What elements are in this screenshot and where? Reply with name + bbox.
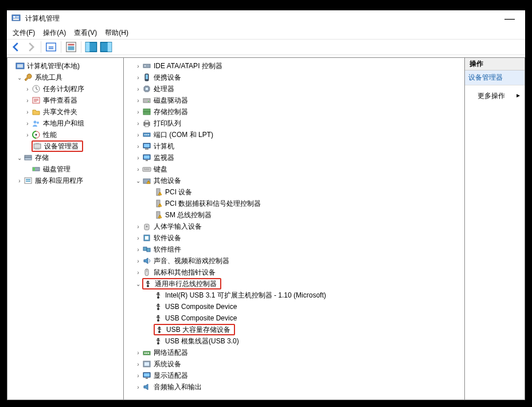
device-label: USB Composite Device bbox=[164, 302, 238, 311]
expander-icon[interactable]: › bbox=[15, 178, 24, 184]
svg-text:!: ! bbox=[159, 204, 160, 207]
console-tree[interactable]: 计算机管理(本地) ⌄ 系统工具 › 任务计划程序 › bbox=[7, 57, 124, 400]
device-keyboards[interactable]: ›键盘 bbox=[124, 163, 464, 175]
expander-icon[interactable]: › bbox=[134, 63, 142, 69]
svg-rect-66 bbox=[143, 247, 147, 251]
usb-icon bbox=[155, 325, 164, 334]
device-audio-io[interactable]: ›音频输入和输出 bbox=[124, 381, 464, 393]
device-usb-item[interactable]: USB Composite Device bbox=[124, 301, 464, 312]
expander-icon[interactable]: › bbox=[24, 97, 32, 104]
device-other[interactable]: ⌄!其他设备 bbox=[124, 175, 464, 186]
expander-icon[interactable]: › bbox=[24, 132, 32, 138]
device-system[interactable]: ›系统设备 bbox=[124, 358, 464, 370]
tree-services-apps[interactable]: › 服务和应用程序 bbox=[7, 175, 123, 186]
device-print-queues[interactable]: ›打印队列 bbox=[124, 118, 464, 129]
device-software-comp[interactable]: ›软件组件 bbox=[124, 244, 464, 255]
device-computer[interactable]: ›计算机 bbox=[124, 140, 464, 152]
device-storage-ctrl[interactable]: ›存储控制器 bbox=[124, 106, 464, 118]
expander-icon[interactable]: › bbox=[134, 224, 142, 230]
tree-system-tools[interactable]: ⌄ 系统工具 bbox=[7, 72, 123, 83]
device-pci[interactable]: !PCI 设备 bbox=[124, 186, 464, 198]
menu-action[interactable]: 操作(A) bbox=[43, 28, 66, 38]
device-ide[interactable]: ›IDE ATA/ATAPI 控制器 bbox=[124, 60, 464, 72]
device-monitors[interactable]: ›监视器 bbox=[124, 152, 464, 163]
hid-icon bbox=[142, 222, 151, 231]
actions-more[interactable]: 更多操作▸ bbox=[465, 85, 525, 101]
expander-icon[interactable]: › bbox=[134, 166, 142, 173]
tree-performance[interactable]: › 性能 bbox=[7, 129, 123, 140]
expander-icon[interactable]: › bbox=[134, 132, 142, 138]
expander-icon[interactable]: › bbox=[134, 109, 142, 115]
device-usb-mass-storage[interactable]: USB 大容量存储设备 bbox=[124, 324, 464, 335]
svg-rect-83 bbox=[144, 373, 150, 377]
expander-icon[interactable]: › bbox=[134, 86, 142, 92]
menu-view[interactable]: 查看(V) bbox=[74, 28, 97, 38]
menu-file[interactable]: 文件(F) bbox=[13, 28, 35, 38]
device-display[interactable]: ›显示适配器 bbox=[124, 370, 464, 381]
expander-icon[interactable]: › bbox=[134, 97, 142, 104]
tree-event-viewer[interactable]: › 事件查看器 bbox=[7, 95, 123, 106]
forward-button[interactable] bbox=[24, 41, 38, 53]
svg-rect-49 bbox=[145, 148, 148, 150]
device-sound[interactable]: ›声音、视频和游戏控制器 bbox=[124, 255, 464, 267]
expander-icon[interactable]: › bbox=[134, 155, 142, 161]
device-usb-item[interactable]: USB Composite Device bbox=[124, 312, 464, 324]
minimize-button[interactable]: — bbox=[499, 15, 521, 21]
properties-button[interactable] bbox=[64, 41, 78, 53]
expander-icon[interactable]: › bbox=[134, 75, 142, 81]
expander-icon[interactable]: › bbox=[134, 258, 142, 264]
device-ports[interactable]: ›端口 (COM 和 LPT) bbox=[124, 129, 464, 140]
device-mice[interactable]: ›鼠标和其他指针设备 bbox=[124, 267, 464, 278]
device-tree[interactable]: ›IDE ATA/ATAPI 控制器›便携设备›处理器›磁盘驱动器›存储控制器›… bbox=[124, 57, 464, 400]
tree-storage[interactable]: ⌄ 存储 bbox=[7, 152, 123, 163]
svg-rect-11 bbox=[108, 42, 112, 52]
expander-icon[interactable]: ⌄ bbox=[15, 75, 24, 81]
expander-icon[interactable]: › bbox=[24, 86, 32, 92]
expander-icon[interactable]: › bbox=[134, 246, 142, 253]
up-button[interactable] bbox=[44, 41, 58, 53]
expander-icon[interactable]: › bbox=[134, 235, 142, 241]
svg-rect-6 bbox=[68, 44, 75, 46]
tree-disk-management[interactable]: 磁盘管理 bbox=[7, 163, 123, 175]
tree-local-users[interactable]: › 本地用户和组 bbox=[7, 118, 123, 129]
menu-help[interactable]: 帮助(H) bbox=[105, 28, 128, 38]
device-smbus[interactable]: !SM 总线控制器 bbox=[124, 209, 464, 221]
tree-root[interactable]: 计算机管理(本地) bbox=[7, 60, 123, 72]
expander-icon[interactable]: ⌄ bbox=[134, 281, 142, 287]
device-usb-controllers[interactable]: ⌄通用串行总线控制器 bbox=[124, 278, 464, 289]
expander-icon[interactable]: ⌄ bbox=[15, 155, 24, 161]
actions-header: 操作 bbox=[465, 58, 525, 71]
expander-icon[interactable]: › bbox=[24, 109, 32, 115]
svg-rect-81 bbox=[144, 362, 149, 366]
device-cpu[interactable]: ›处理器 bbox=[124, 83, 464, 95]
show-hide-button[interactable] bbox=[84, 41, 98, 53]
device-usb-item[interactable]: Intel(R) USB 3.1 可扩展主机控制器 - 1.10 (Micros… bbox=[124, 289, 464, 301]
tree-device-manager[interactable]: 设备管理器 bbox=[7, 140, 123, 152]
back-button[interactable] bbox=[9, 41, 23, 53]
actions-context[interactable]: 设备管理器 bbox=[465, 71, 525, 85]
device-software[interactable]: ›软件设备 bbox=[124, 232, 464, 244]
device-hid[interactable]: ›人体学输入设备 bbox=[124, 221, 464, 232]
expander-icon[interactable]: › bbox=[134, 350, 142, 356]
monitor-icon bbox=[142, 153, 151, 162]
expander-icon[interactable]: › bbox=[134, 143, 142, 150]
display-icon bbox=[142, 371, 151, 380]
device-label: 显示适配器 bbox=[152, 370, 189, 381]
expander-icon[interactable]: › bbox=[134, 373, 142, 379]
device-label: USB Composite Device bbox=[164, 314, 238, 323]
expander-icon[interactable]: ⌄ bbox=[134, 178, 142, 184]
device-pci-data[interactable]: !PCI 数据捕获和信号处理控制器 bbox=[124, 198, 464, 209]
expander-icon[interactable]: › bbox=[134, 120, 142, 127]
tree-task-scheduler[interactable]: › 任务计划程序 bbox=[7, 83, 123, 95]
expander-icon[interactable]: › bbox=[134, 269, 142, 276]
help-button[interactable] bbox=[99, 41, 113, 53]
device-network[interactable]: ›网络适配器 bbox=[124, 347, 464, 358]
expander-icon[interactable]: › bbox=[134, 361, 142, 367]
expander-icon[interactable]: › bbox=[134, 384, 142, 390]
device-usb-item[interactable]: USB 根集线器(USB 3.0) bbox=[124, 335, 464, 347]
storctrl-icon bbox=[142, 107, 151, 116]
tree-shared-folders[interactable]: › 共享文件夹 bbox=[7, 106, 123, 118]
expander-icon[interactable]: › bbox=[24, 120, 32, 127]
device-portable[interactable]: ›便携设备 bbox=[124, 72, 464, 83]
device-disk-drives[interactable]: ›磁盘驱动器 bbox=[124, 95, 464, 106]
